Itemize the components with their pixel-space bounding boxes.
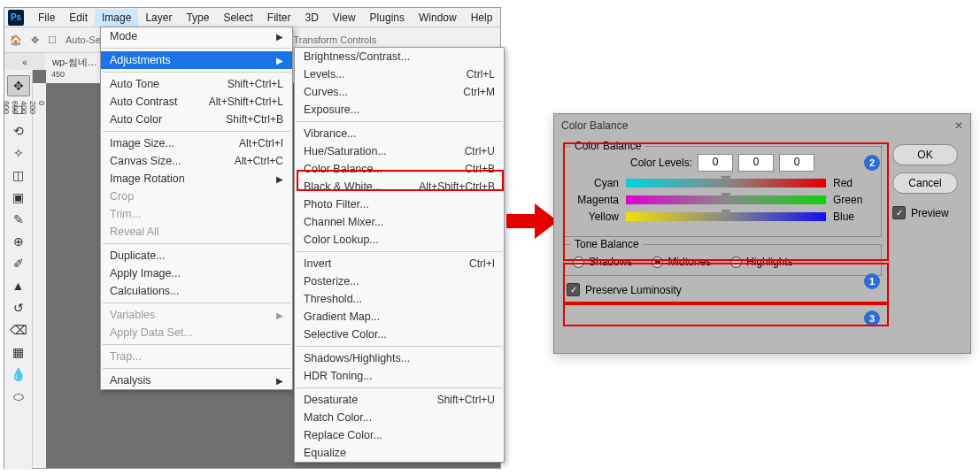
slider-left-yellow: Yellow	[573, 211, 619, 223]
menu-item-variables: Variables▶	[101, 306, 292, 324]
menu-item-image-size-[interactable]: Image Size...Alt+Ctrl+I	[101, 134, 292, 152]
menu-item-duplicate-[interactable]: Duplicate...	[101, 247, 292, 264]
menubar: Ps FileEditImageLayerTypeSelectFilter3DV…	[4, 8, 500, 27]
submenu-item-replace-color-[interactable]: Replace Color...	[295, 426, 504, 444]
menu-item-mode[interactable]: Mode▶	[101, 27, 292, 45]
chevron-right-icon: ▶	[276, 376, 283, 386]
menu-window[interactable]: Window	[412, 9, 464, 27]
submenu-item-channel-mixer-[interactable]: Channel Mixer...	[295, 213, 504, 231]
submenu-item-equalize[interactable]: Equalize	[295, 444, 504, 462]
submenu-item-exposure-[interactable]: Exposure...	[295, 101, 504, 119]
submenu-item-curves-[interactable]: Curves...Ctrl+M	[295, 83, 504, 101]
callout-badge-1: 1	[864, 273, 880, 289]
preview-checkbox[interactable]: ✓ Preview	[892, 206, 958, 219]
submenu-item-color-lookup-[interactable]: Color Lookup...	[295, 231, 504, 249]
menu-item-canvas-size-[interactable]: Canvas Size...Alt+Ctrl+C	[101, 152, 292, 170]
ok-button[interactable]: OK	[892, 144, 958, 165]
submenu-item-posterize-[interactable]: Posterize...	[295, 272, 504, 290]
submenu-item-hue-saturation-[interactable]: Hue/Saturation...Ctrl+U	[295, 142, 504, 160]
menu-item-auto-color[interactable]: Auto ColorShift+Ctrl+B	[101, 111, 292, 128]
menu-select[interactable]: Select	[216, 9, 259, 27]
move-tool[interactable]: ✥	[7, 75, 30, 96]
menu-item-auto-tone[interactable]: Auto ToneShift+Ctrl+L	[101, 75, 292, 93]
menu-item-analysis[interactable]: Analysis▶	[101, 372, 292, 389]
preserve-luminosity-label: Preserve Luminosity	[585, 284, 682, 296]
adjustments-submenu[interactable]: Brightness/Contrast...Levels...Ctrl+LCur…	[294, 47, 505, 463]
checkbox-icon: ✓	[567, 283, 580, 296]
menu-item-image-rotation[interactable]: Image Rotation▶	[101, 170, 292, 188]
submenu-item-black-white-[interactable]: Black & White...Alt+Shift+Ctrl+B	[295, 178, 504, 195]
slider-0[interactable]	[626, 179, 826, 188]
menu-item-trim-: Trim...	[101, 205, 292, 223]
menu-filter[interactable]: Filter	[260, 9, 298, 27]
submenu-item-threshold-[interactable]: Threshold...	[295, 290, 504, 308]
submenu-item-color-balance-[interactable]: Color Balance...Ctrl+B	[295, 160, 504, 178]
slider-1[interactable]	[626, 195, 826, 204]
submenu-item-desaturate[interactable]: DesaturateShift+Ctrl+U	[295, 391, 504, 409]
slider-right-red: Red	[833, 177, 872, 189]
menu-item-calculations-[interactable]: Calculations...	[101, 282, 292, 300]
tone-balance-legend: Tone Balance	[571, 238, 643, 250]
menu-item-auto-contrast[interactable]: Auto ContrastAlt+Shift+Ctrl+L	[101, 93, 292, 111]
document-tab[interactable]: wp-썸네…	[45, 53, 105, 72]
radio-midtones[interactable]: Midtones	[652, 256, 711, 268]
chevron-right-icon: ▶	[276, 174, 283, 184]
submenu-item-match-color-[interactable]: Match Color...	[295, 409, 504, 426]
callout-badge-3: 3	[864, 310, 880, 326]
callout-badge-2: 2	[864, 155, 880, 171]
color-balance-dialog: Color Balance ✕ Color Balance Color Leve…	[553, 113, 971, 354]
menu-edit[interactable]: Edit	[62, 9, 95, 27]
menu-file[interactable]: File	[31, 9, 62, 27]
menu-type[interactable]: Type	[179, 9, 216, 27]
ruler-vertical: 02004006008001000	[33, 83, 46, 468]
slider-left-cyan: Cyan	[573, 177, 619, 189]
auto-select-label: ☐	[48, 34, 57, 46]
close-icon[interactable]: ✕	[954, 119, 963, 132]
home-icon[interactable]: 🏠	[10, 34, 22, 46]
preview-label: Preview	[911, 207, 949, 219]
submenu-item-photo-filter-[interactable]: Photo Filter...	[295, 195, 504, 213]
level-input-2[interactable]: 0	[738, 154, 774, 172]
color-balance-group: Color Balance Color Levels: 0 0 0 CyanRe…	[563, 146, 882, 237]
chevron-right-icon: ▶	[276, 32, 283, 42]
menu-help[interactable]: Help	[464, 9, 500, 27]
menu-item-adjustments[interactable]: Adjustments▶	[101, 51, 292, 69]
menu-layer[interactable]: Layer	[138, 9, 179, 27]
image-menu[interactable]: Mode▶Adjustments▶Auto ToneShift+Ctrl+LAu…	[100, 27, 293, 390]
slider-right-blue: Blue	[833, 211, 872, 223]
submenu-item-hdr-toning-[interactable]: HDR Toning...	[295, 367, 504, 385]
transform-controls-label: Transform Controls	[293, 34, 376, 45]
dialog-title: Color Balance	[561, 119, 628, 132]
highlight-preserve-luminosity	[563, 303, 889, 326]
chevron-right-icon: ▶	[276, 310, 283, 320]
menu-view[interactable]: View	[326, 9, 363, 27]
tone-balance-group: Tone Balance Shadows Midtones Highlights	[563, 244, 882, 276]
preserve-luminosity-checkbox[interactable]: ✓ Preserve Luminosity	[567, 283, 882, 296]
menu-3d[interactable]: 3D	[297, 9, 325, 27]
menu-item-crop: Crop	[101, 188, 292, 205]
submenu-item-levels-[interactable]: Levels...Ctrl+L	[295, 65, 504, 83]
radio-highlights[interactable]: Highlights	[730, 256, 793, 268]
cancel-button[interactable]: Cancel	[892, 172, 958, 194]
slider-right-green: Green	[833, 194, 872, 206]
menu-plugins[interactable]: Plugins	[363, 9, 412, 27]
menu-image[interactable]: Image	[95, 9, 138, 27]
submenu-item-vibrance-[interactable]: Vibrance...	[295, 125, 504, 142]
color-levels-label: Color Levels:	[630, 157, 692, 169]
submenu-item-invert[interactable]: InvertCtrl+I	[295, 255, 504, 272]
radio-shadows[interactable]: Shadows	[573, 256, 632, 268]
submenu-item-brightness-contrast-[interactable]: Brightness/Contrast...	[295, 48, 504, 65]
checkbox-icon: ✓	[892, 206, 906, 219]
menu-item-apply-image-[interactable]: Apply Image...	[101, 264, 292, 282]
submenu-item-gradient-map-[interactable]: Gradient Map...	[295, 308, 504, 326]
level-input-3[interactable]: 0	[779, 154, 814, 172]
slider-2[interactable]	[626, 212, 826, 221]
submenu-item-shadows-highlights-[interactable]: Shadows/Highlights...	[295, 349, 504, 367]
arrow-indicator	[506, 203, 559, 239]
menu-item-reveal-all: Reveal All	[101, 223, 292, 241]
level-input-1[interactable]: 0	[698, 154, 733, 172]
move-tool-icon[interactable]: ✥	[31, 34, 39, 46]
menu-item-apply-data-set-: Apply Data Set...	[101, 324, 292, 341]
submenu-item-selective-color-[interactable]: Selective Color...	[295, 326, 504, 343]
menu-item-trap-: Trap...	[101, 348, 292, 365]
